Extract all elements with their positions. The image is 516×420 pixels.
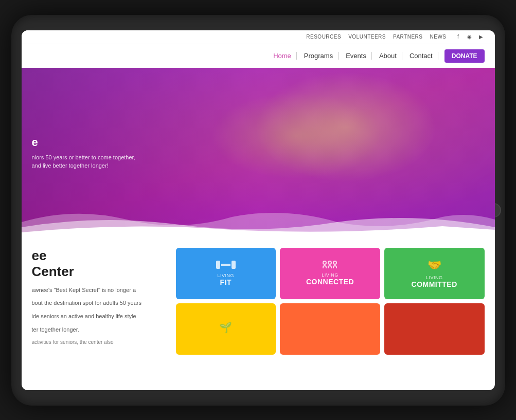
- top-bar: Resources Volunteers Partners News f ◉ ▶: [22, 30, 495, 44]
- facebook-icon[interactable]: f: [455, 33, 462, 41]
- hero-wave: [22, 207, 495, 238]
- instagram-icon[interactable]: ◉: [466, 33, 473, 41]
- tablet-frame: Resources Volunteers Partners News f ◉ ▶…: [11, 15, 505, 406]
- top-nav-volunteers[interactable]: Volunteers: [348, 34, 386, 40]
- card-4[interactable]: 🌱: [176, 303, 276, 355]
- main-nav: Home Programs Events About Contact DONAT…: [22, 44, 495, 68]
- nav-about[interactable]: About: [374, 52, 402, 60]
- content-paragraph-3: ide seniors an active and healthy life s…: [32, 312, 166, 321]
- card-connected-label: Living: [322, 272, 339, 278]
- top-nav: Resources Volunteers Partners News: [306, 34, 446, 40]
- hero-title: e: [32, 135, 135, 149]
- card-fit-label: Living: [218, 273, 235, 278]
- hero-subtitle: niors 50 years or better to come togethe…: [32, 153, 135, 170]
- social-icons: f ◉ ▶: [455, 33, 485, 41]
- top-nav-resources[interactable]: Resources: [306, 34, 341, 40]
- nav-events[interactable]: Events: [341, 52, 372, 60]
- top-nav-news[interactable]: News: [430, 34, 447, 40]
- card-5[interactable]: [280, 303, 380, 355]
- screen: Resources Volunteers Partners News f ◉ ▶…: [22, 30, 495, 390]
- donate-button[interactable]: DONATE: [444, 49, 485, 63]
- hero-text: e niors 50 years or better to come toget…: [32, 135, 135, 170]
- hand-icon: 🤝: [428, 259, 441, 272]
- nav-contact[interactable]: Contact: [404, 52, 438, 60]
- content-paragraph-5: activities for seniors, the center also: [32, 338, 166, 346]
- top-nav-partners[interactable]: Partners: [393, 34, 423, 40]
- nav-programs[interactable]: Programs: [299, 52, 339, 60]
- card-connected[interactable]: Living CONNECTED: [280, 248, 380, 299]
- content-paragraph-1: awnee's "Best Kept Secret" is no longer …: [32, 286, 166, 295]
- card-fit-title: FIT: [220, 278, 232, 286]
- card-6[interactable]: [384, 303, 485, 355]
- youtube-icon[interactable]: ▶: [477, 33, 485, 41]
- card-committed[interactable]: 🤝 Living COMMITTED: [384, 248, 485, 299]
- cards-grid: Living FIT: [176, 248, 485, 355]
- content-paragraph-4: ter together longer.: [32, 325, 166, 335]
- content-section: ee Center awnee's "Best Kept Secret" is …: [22, 238, 495, 360]
- card-fit[interactable]: Living FIT: [176, 248, 276, 299]
- leaf-icon: 🌱: [219, 321, 232, 334]
- nav-home[interactable]: Home: [268, 52, 297, 60]
- card-connected-title: CONNECTED: [306, 278, 354, 286]
- dumbbell-icon: [216, 261, 236, 269]
- people-icon: [323, 261, 337, 268]
- card-committed-label: Living: [426, 275, 443, 280]
- hero-section: e niors 50 years or better to come toget…: [22, 68, 495, 238]
- content-left: ee Center awnee's "Best Kept Secret" is …: [32, 248, 166, 355]
- content-title: ee Center: [32, 248, 166, 280]
- content-paragraph-2: bout the destination spot for adults 50 …: [32, 299, 166, 308]
- card-committed-title: COMMITTED: [412, 280, 457, 288]
